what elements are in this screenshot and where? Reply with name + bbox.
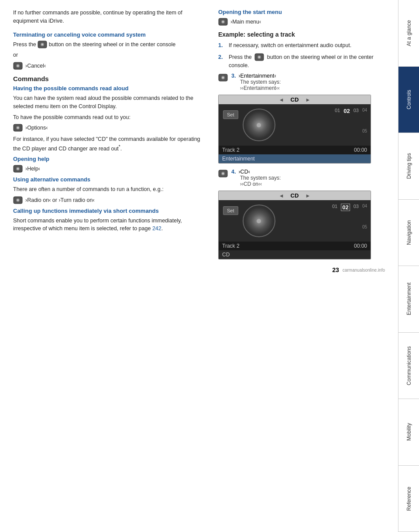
cd-set-button-2: Set — [223, 206, 238, 215]
page-ref-link[interactable]: 242 — [152, 225, 161, 232]
main-content: If no further commands are possible, con… — [0, 0, 398, 532]
right-column: Opening the start menu ›Main menu‹ Examp… — [218, 9, 385, 523]
sidebar-tab-reference[interactable]: Reference — [398, 466, 419, 532]
voice-icon-radio — [13, 196, 23, 204]
intro-text: If no further commands are possible, con… — [13, 9, 205, 25]
cd-top-bar-2: ◄ CD ► — [219, 191, 371, 200]
svg-rect-11 — [17, 168, 19, 170]
voice-icon-help — [13, 165, 23, 173]
cd-set-button-1: Set — [223, 110, 238, 119]
radio-command-line: ›Radio on‹ or ›Turn radio on‹ — [13, 196, 205, 204]
cd-time-1: 00:00 — [354, 147, 367, 153]
cd-content-2: Set 01 02 03 04 05 — [219, 200, 371, 242]
voice-icon-options — [13, 124, 23, 132]
cd-nav-left-2: ◄ — [279, 193, 284, 199]
cd-label-2: CD — [291, 192, 299, 199]
calling-up-section: Calling up functions immediately via sho… — [13, 208, 205, 233]
step-4-content: 4. ›CD‹ The system says: ››CD on‹‹ — [231, 169, 385, 187]
sidebar-tab-label-navigation: Navigation — [406, 220, 412, 245]
sidebar: At a glance Controls Driving tips Naviga… — [398, 0, 419, 532]
svg-rect-23 — [222, 77, 224, 78]
sidebar-tab-label-mobility: Mobility — [406, 423, 412, 441]
cd-footer-bar-2: CD — [219, 250, 371, 259]
sidebar-tab-label-controls: Controls — [406, 90, 412, 109]
svg-rect-8 — [17, 127, 19, 129]
cancel-command-line: ›Cancel‹ — [13, 62, 205, 70]
svg-rect-14 — [17, 199, 19, 201]
commands-section: Commands — [13, 75, 205, 82]
help-command-line: ›Help‹ — [13, 165, 205, 173]
options-command-line: ›Options‹ — [13, 124, 205, 132]
calling-up-heading: Calling up functions immediately via sho… — [13, 208, 205, 214]
sidebar-tab-at-a-glance[interactable]: At a glance — [398, 0, 419, 67]
terminating-section: Terminating or canceling voice command s… — [13, 31, 205, 70]
cd-nav-right-1: ► — [305, 97, 310, 103]
having-commands-body2: To have the possible commands read out t… — [13, 113, 205, 122]
calling-up-body: Short commands enable you to perform cer… — [13, 217, 205, 233]
cd-dial-1 — [243, 109, 275, 141]
voice-icon-step2 — [254, 53, 264, 61]
website-text: carmanualsonline.info — [343, 268, 385, 273]
cd-dial-2 — [243, 205, 275, 237]
sidebar-tab-navigation[interactable]: Navigation — [398, 200, 419, 266]
cd-info-bar-1: Track 2 00:00 — [219, 146, 371, 154]
sidebar-tab-entertainment[interactable]: Entertainment — [398, 266, 419, 333]
step-4-says: The system says: — [240, 175, 385, 181]
cd-display-2: ◄ CD ► Set 01 02 03 04 — [218, 191, 371, 259]
sidebar-tab-label-entertainment: Entertainment — [406, 283, 412, 315]
using-alternative-body: There are often a number of commands to … — [13, 185, 205, 194]
having-commands-body3: For instance, if you have selected "CD" … — [13, 135, 205, 153]
cd-track-label-2: Track 2 — [222, 243, 240, 249]
svg-rect-17 — [222, 21, 224, 23]
svg-rect-20 — [258, 56, 260, 58]
voice-button-icon — [38, 41, 47, 48]
cd-footer-bar-1: Entertainment — [219, 154, 371, 163]
example-section: Example: selecting a track 1. If necessa… — [218, 31, 385, 259]
step-3-says: The system says: — [240, 79, 385, 85]
sidebar-tab-driving-tips[interactable]: Driving tips — [398, 133, 419, 200]
help-command-text: ›Help‹ — [25, 166, 40, 172]
cd-info-bar-2: Track 2 00:00 — [219, 242, 371, 250]
svg-rect-5 — [17, 65, 19, 67]
having-commands-heading: Having the possible commands read aloud — [13, 85, 205, 92]
using-alternative-heading: Using alternative commands — [13, 176, 205, 183]
having-commands-body1: You can have the system read aloud the p… — [13, 94, 205, 111]
voice-icon-cancel — [13, 62, 23, 70]
step-4-command: ›CD‹ — [238, 169, 250, 175]
cd-track-numbers-1: 01 02 03 04 — [335, 108, 367, 114]
step-3: 3. ›Entertainment‹ The system says: ››En… — [218, 73, 385, 91]
step-3-response: ››Entertainment‹‹ — [240, 85, 385, 91]
step-3-content: 3. ›Entertainment‹ The system says: ››En… — [231, 73, 385, 91]
step-1: 1. If necessary, switch on entertainment… — [218, 41, 385, 50]
sidebar-tab-communications[interactable]: Communications — [398, 333, 419, 399]
opening-help-section: Opening help ›Help‹ — [13, 156, 205, 173]
svg-rect-26 — [222, 173, 224, 174]
radio-command-text: ›Radio on‹ or ›Turn radio on‹ — [25, 197, 95, 203]
cd-nav-left-1: ◄ — [279, 97, 284, 103]
left-column: If no further commands are possible, con… — [13, 9, 205, 523]
cd-footer-label-1: Entertainment — [222, 156, 255, 162]
cd-dial-center-2 — [257, 219, 261, 223]
sidebar-tab-label-communications: Communications — [406, 346, 412, 385]
cd-dial-center-1 — [257, 123, 261, 127]
main-menu-command-line: ›Main menu‹ — [218, 18, 385, 26]
cd-time-2: 00:00 — [354, 243, 367, 249]
cd-top-bar-1: ◄ CD ► — [219, 95, 371, 104]
main-menu-command-text: ›Main menu‹ — [230, 19, 261, 25]
step-1-text: If necessary, switch on entertainment au… — [229, 41, 385, 50]
cd-footer-label-2: CD — [222, 252, 230, 258]
terminating-heading: Terminating or canceling voice command s… — [13, 31, 205, 38]
page-number: 23 — [332, 266, 339, 273]
cd-track-numbers-2: 01 02 03 04 — [332, 204, 367, 211]
cd-content-1: Set 01 02 03 04 05 — [219, 104, 371, 146]
step-2: 2. Press the button on the steering whee… — [218, 53, 385, 70]
sidebar-tab-mobility[interactable]: Mobility — [398, 399, 419, 466]
sidebar-tab-controls[interactable]: Controls — [398, 67, 419, 133]
page-footer: 23 carmanualsonline.info — [218, 266, 385, 273]
opening-help-heading: Opening help — [13, 156, 205, 162]
cd-display-1: ◄ CD ► Set 01 02 03 — [218, 95, 371, 164]
step-4: 4. ›CD‹ The system says: ››CD on‹‹ — [218, 169, 385, 187]
opening-start-menu-heading: Opening the start menu — [218, 9, 385, 15]
sidebar-tab-label-driving-tips: Driving tips — [406, 153, 412, 179]
example-heading: Example: selecting a track — [218, 31, 385, 38]
